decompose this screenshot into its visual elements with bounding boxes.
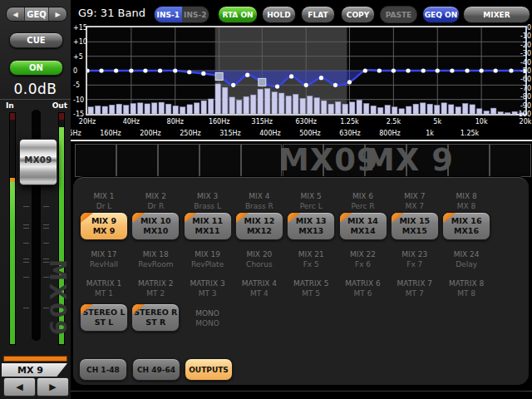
channel-watermark: MX09 bbox=[45, 259, 70, 337]
channel-watermark-short: MX 9 bbox=[363, 142, 455, 178]
channel-label-mix-8: MIX 8MX 8 bbox=[441, 191, 492, 211]
divider bbox=[71, 140, 532, 141]
band-fader-slot bbox=[116, 144, 158, 177]
y-left-tick: -5 bbox=[73, 81, 86, 89]
channel-select-panel: MIX 1Dr LMIX 2Dr RMIX 3Brass LMIX 4Brass… bbox=[73, 177, 529, 385]
geq-prev-button[interactable]: ◀ bbox=[7, 7, 25, 21]
fader-handle-label: MX09 bbox=[20, 155, 57, 165]
left-arrow-icon: ◀ bbox=[12, 11, 17, 18]
band-window-label: 125Hz bbox=[71, 130, 87, 137]
tab-ins-1[interactable]: INS-1 bbox=[155, 7, 182, 22]
tab-ch-49-64[interactable]: CH 49-64 bbox=[132, 358, 180, 381]
channel-label-mix-3: MIX 3Brass L bbox=[182, 191, 234, 211]
band-window-label: 200Hz bbox=[134, 130, 167, 137]
band-window-label: 315Hz bbox=[214, 130, 247, 137]
channel-label-mix-4: MIX 4Brass R bbox=[234, 191, 285, 211]
channel-label-matrix-2: MATRIX 2MT 2 bbox=[130, 278, 181, 298]
channel-label-mix-2: MIX 2Dr R bbox=[130, 191, 181, 211]
x-axis-tick: 2.5k bbox=[377, 118, 410, 126]
channel-button-mix-12[interactable]: MIX 12MX12 bbox=[235, 212, 283, 240]
geq-selector: ◀ GEQ ▶ bbox=[6, 7, 67, 22]
fader-gain-value: 0.0dB bbox=[0, 81, 71, 97]
on-button[interactable]: ON bbox=[9, 60, 63, 76]
geq-main-area: G9: 31 Band INS-1INS-2 RTA ONHOLDFLATCOP… bbox=[71, 0, 532, 399]
y-right-tick: -20 bbox=[513, 42, 531, 49]
band-window-label: 1k bbox=[413, 130, 446, 137]
cue-button[interactable]: CUE bbox=[9, 32, 63, 48]
y-left-tick: -15 bbox=[73, 111, 86, 118]
channel-label-mix-7: MIX 7MX 7 bbox=[389, 191, 441, 211]
y-right-tick: 0 bbox=[513, 24, 531, 32]
band-window-label: 1.25k bbox=[453, 130, 486, 137]
channel-button-mix-13[interactable]: MIX 13MX13 bbox=[287, 212, 335, 240]
y-right-tick: -70 bbox=[513, 85, 531, 92]
y-left-tick: +15 bbox=[73, 24, 86, 32]
channel-name-text: MX 9 bbox=[17, 365, 43, 376]
y-right-tick: -80 bbox=[513, 93, 531, 101]
channel-label-matrix-4: MATRIX 4MT 4 bbox=[234, 278, 285, 298]
channel-strip-sidebar: ◀ GEQ ▶ CUE ON 0.0dB In Out MX09 MX09 bbox=[0, 0, 71, 399]
mixer-button[interactable]: MIXER bbox=[463, 6, 530, 23]
channel-label-matrix-1: MATRIX 1MT 1 bbox=[78, 278, 130, 298]
x-axis-tick: 315Hz bbox=[245, 118, 278, 126]
channel-label-mix-24: MIX 24Delay bbox=[441, 249, 492, 269]
rta-on-button[interactable]: RTA ON bbox=[218, 6, 258, 23]
band-fader-slot bbox=[75, 144, 116, 177]
geq-screen: ◀ GEQ ▶ CUE ON 0.0dB In Out MX09 MX09 bbox=[0, 0, 532, 399]
channel-fader-handle[interactable]: MX09 bbox=[19, 139, 57, 185]
channel-button-mix-9[interactable]: MIX 9MX 9 bbox=[80, 212, 128, 240]
band-window-label: 250Hz bbox=[174, 130, 207, 137]
x-axis-tick: 630Hz bbox=[289, 118, 323, 126]
geq-next-button[interactable]: ▶ bbox=[48, 7, 66, 21]
channel-color-bar bbox=[4, 357, 66, 361]
band-window-label: 800Hz bbox=[373, 130, 406, 137]
y-right-tick: -90 bbox=[513, 102, 531, 110]
channel-button-mix-10[interactable]: MIX 10MX10 bbox=[131, 212, 180, 240]
left-arrow-icon: ◀ bbox=[16, 382, 22, 392]
geq-on-button[interactable]: GEQ ON bbox=[422, 6, 460, 23]
channel-button-mix-15[interactable]: MIX 15MX15 bbox=[391, 212, 439, 240]
next-channel-button[interactable]: ▶ bbox=[37, 377, 69, 397]
channel-button-stereo-r[interactable]: STEREO RST R bbox=[131, 303, 180, 332]
band-fader-slot bbox=[490, 144, 531, 177]
right-arrow-icon: ▶ bbox=[55, 11, 60, 18]
y-right-tick: -50 bbox=[513, 67, 531, 75]
hold-button[interactable]: HOLD bbox=[262, 6, 296, 23]
channel-button-mix-16[interactable]: MIX 16MX16 bbox=[442, 212, 490, 240]
band-fader-slot bbox=[241, 144, 283, 177]
divider bbox=[71, 391, 532, 392]
geq-graph[interactable] bbox=[86, 26, 527, 116]
meter-in-label: In bbox=[6, 101, 14, 110]
channel-button-mix-11[interactable]: MIX 11MX11 bbox=[184, 212, 232, 240]
flat-button[interactable]: FLAT bbox=[301, 6, 335, 23]
insert-tab-group: INS-1INS-2 bbox=[154, 6, 209, 23]
channel-name-tag[interactable]: MX 9 bbox=[2, 363, 67, 377]
x-axis-tick: 80Hz bbox=[159, 118, 192, 126]
paste-button[interactable]: PASTE bbox=[380, 6, 417, 23]
channel-label-mix-20: MIX 20Chorus bbox=[234, 249, 285, 269]
copy-button[interactable]: COPY bbox=[341, 6, 375, 23]
x-axis-tick: 10k bbox=[465, 118, 498, 126]
channel-watermark-long: MX09 bbox=[278, 142, 370, 178]
band-window-label: 500Hz bbox=[293, 130, 327, 137]
band-window-label: 400Hz bbox=[254, 130, 287, 137]
prev-channel-button[interactable]: ◀ bbox=[3, 377, 36, 397]
channel-button-stereo-l[interactable]: STEREO LST L bbox=[80, 303, 128, 332]
channel-button-mix-14[interactable]: MIX 14MX14 bbox=[339, 212, 387, 240]
divider bbox=[0, 99, 71, 100]
channel-label-mix-21: MIX 21Fx 5 bbox=[285, 249, 337, 269]
tab-ins-2[interactable]: INS-2 bbox=[182, 7, 209, 22]
channel-label-matrix-6: MATRIX 6MT 6 bbox=[337, 278, 389, 298]
x-axis-tick: 160Hz bbox=[203, 118, 236, 126]
channel-label-matrix-7: MATRIX 7MT 7 bbox=[389, 278, 441, 298]
tab-ch-1-48[interactable]: CH 1-48 bbox=[79, 358, 127, 381]
channel-label-mix-6: MIX 6Perc R bbox=[337, 191, 389, 211]
input-level-meter bbox=[9, 112, 16, 345]
y-left-tick: -10 bbox=[73, 96, 86, 104]
geq-curve-rta-plot[interactable] bbox=[87, 27, 525, 114]
channel-label-mix-18: MIX 18RevRoom bbox=[130, 249, 181, 269]
tab-outputs[interactable]: OUTPUTS bbox=[185, 358, 233, 381]
y-left-tick: +5 bbox=[73, 53, 86, 61]
x-axis-tick: 1.25k bbox=[332, 118, 366, 126]
y-right-tick: -10 bbox=[513, 32, 531, 40]
